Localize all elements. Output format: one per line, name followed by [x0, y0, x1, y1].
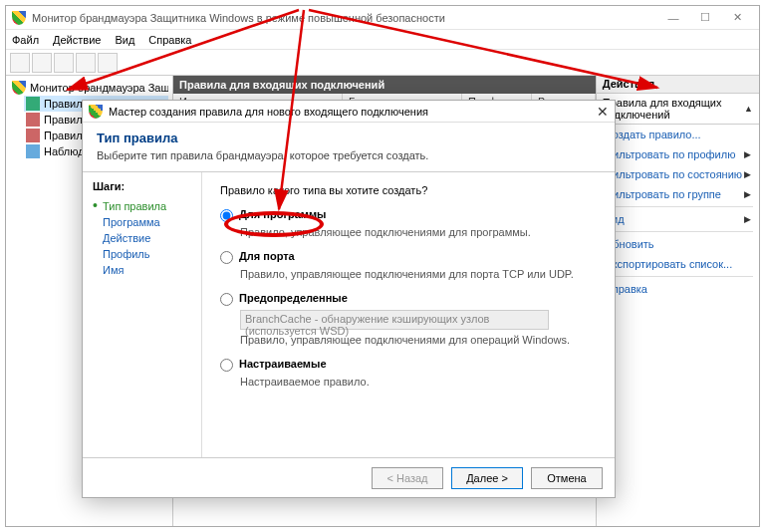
step-profile[interactable]: Профиль [93, 246, 191, 262]
radio-port[interactable] [220, 251, 233, 264]
minimize-button[interactable]: — [657, 8, 689, 28]
action-export[interactable]: Экспортировать список... [597, 254, 759, 274]
back-button: < Назад [372, 467, 443, 489]
steps-heading: Шаги: [93, 180, 191, 192]
close-button[interactable]: ✕ [721, 8, 753, 28]
actions-section-header: Правила для входящих подключений ▲ [597, 94, 759, 125]
predefined-select: BranchCache - обнаружение кэширующих узл… [240, 310, 549, 330]
wizard-close-button[interactable]: ✕ [597, 104, 609, 120]
radio-program-desc: Правило, управляющее подключениями для п… [240, 226, 597, 238]
actions-pane-title: Действия [597, 76, 759, 94]
toolbar-refresh-icon[interactable] [76, 53, 96, 73]
step-action[interactable]: Действие [93, 230, 191, 246]
submenu-arrow-icon: ▶ [744, 189, 751, 199]
rule-type-prompt: Правило какого типа вы хотите создать? [220, 184, 597, 196]
connection-rules-icon [26, 129, 40, 142]
firewall-shield-icon [12, 81, 26, 95]
radio-program[interactable] [220, 209, 233, 222]
toolbar-forward-icon[interactable] [32, 53, 52, 73]
submenu-arrow-icon: ▶ [744, 149, 751, 159]
wizard-step-desc: Выберите тип правила брандмауэра, которо… [97, 149, 601, 161]
step-rule-type[interactable]: Тип правила [93, 198, 191, 214]
wizard-step-title: Тип правила [97, 131, 601, 145]
menu-view[interactable]: Вид [115, 34, 134, 46]
actions-pane: Действия Правила для входящих подключени… [596, 76, 759, 526]
step-name[interactable]: Имя [93, 262, 191, 278]
firewall-shield-icon [89, 105, 103, 119]
radio-port-label: Для порта [239, 250, 295, 262]
toolbar-help-icon[interactable] [98, 53, 118, 73]
submenu-arrow-icon: ▶ [744, 169, 751, 179]
step-program[interactable]: Программа [93, 214, 191, 230]
new-rule-wizard: Мастер создания правила для нового входя… [82, 100, 616, 498]
radio-predefined-desc: Правило, управляющее подключениями для о… [240, 334, 597, 346]
main-titlebar: Монитор брандмауэра Защитника Windows в … [6, 6, 759, 30]
wizard-titlebar: Мастер создания правила для нового входя… [83, 101, 615, 123]
radio-custom[interactable] [220, 359, 233, 372]
toolbar-up-icon[interactable] [54, 53, 74, 73]
wizard-content: Правило какого типа вы хотите создать? Д… [202, 172, 615, 457]
wizard-header: Тип правила Выберите тип правила брандма… [83, 123, 615, 171]
radio-custom-desc: Настраиваемое правило. [240, 376, 597, 388]
radio-program-row[interactable]: Для программы [220, 208, 597, 222]
section-collapse-icon[interactable]: ▲ [744, 104, 753, 114]
toolbar [6, 50, 759, 76]
firewall-shield-icon [12, 11, 26, 25]
action-help[interactable]: Справка [597, 279, 759, 299]
menubar: Файл Действие Вид Справка [6, 30, 759, 50]
radio-predefined-row[interactable]: Предопределенные [220, 292, 597, 306]
menu-help[interactable]: Справка [148, 34, 191, 46]
outbound-rules-icon [26, 113, 40, 127]
monitoring-icon [26, 144, 40, 158]
radio-program-label: Для программы [239, 208, 326, 220]
next-button[interactable]: Далее > [451, 467, 523, 489]
action-new-rule[interactable]: Создать правило... [597, 125, 759, 144]
radio-predefined[interactable] [220, 293, 233, 306]
action-filter-group[interactable]: Фильтровать по группе▶ [597, 184, 759, 204]
action-view[interactable]: Вид▶ [597, 209, 759, 229]
radio-custom-label: Настраиваемые [239, 358, 327, 370]
main-window-title: Монитор брандмауэра Защитника Windows в … [32, 12, 657, 24]
radio-port-desc: Правило, управляющее подключениями для п… [240, 268, 597, 280]
action-refresh[interactable]: Обновить [597, 234, 759, 254]
action-filter-state[interactable]: Фильтровать по состоянию▶ [597, 164, 759, 184]
radio-predefined-label: Предопределенные [239, 292, 348, 304]
wizard-steps: Шаги: Тип правила Программа Действие Про… [83, 172, 202, 457]
radio-custom-row[interactable]: Настраиваемые [220, 358, 597, 372]
menu-file[interactable]: Файл [12, 34, 39, 46]
tree-root[interactable]: Монитор брандмауэра Защи [10, 80, 168, 96]
action-filter-profile[interactable]: Фильтровать по профилю▶ [597, 144, 759, 164]
wizard-title: Мастер создания правила для нового входя… [109, 106, 428, 118]
cancel-button[interactable]: Отмена [531, 467, 603, 489]
rules-list-header: Правила для входящих подключений [173, 76, 596, 94]
inbound-rules-icon [26, 97, 40, 111]
submenu-arrow-icon: ▶ [744, 214, 751, 224]
maximize-button[interactable]: ☐ [689, 8, 721, 28]
wizard-footer: < Назад Далее > Отмена [83, 457, 615, 497]
menu-action[interactable]: Действие [53, 34, 101, 46]
toolbar-back-icon[interactable] [10, 53, 30, 73]
radio-port-row[interactable]: Для порта [220, 250, 597, 264]
